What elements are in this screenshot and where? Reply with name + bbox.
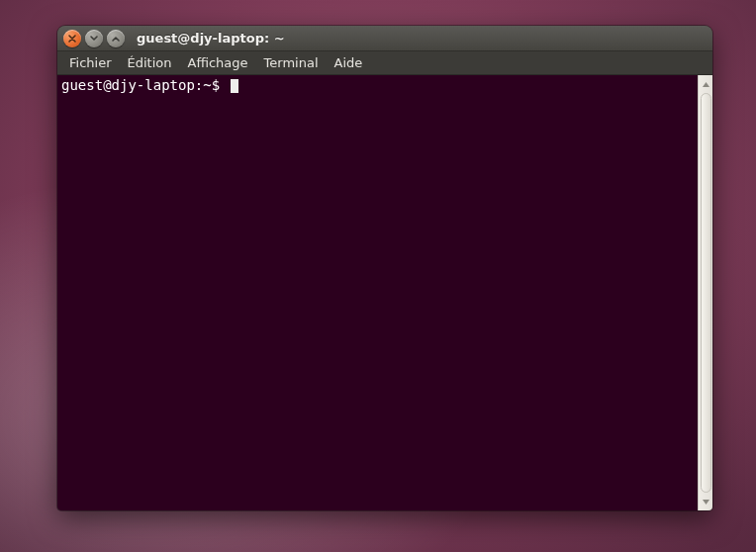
menu-view[interactable]: Affichage — [179, 52, 255, 73]
terminal-window: guest@djy-laptop: ~ Fichier Édition Affi… — [57, 26, 712, 510]
menu-help[interactable]: Aide — [327, 52, 371, 73]
vertical-scrollbar[interactable] — [698, 75, 712, 510]
scroll-thumb[interactable] — [701, 93, 711, 493]
menu-terminal[interactable]: Terminal — [256, 52, 327, 73]
close-button[interactable] — [63, 30, 81, 47]
window-title: guest@djy-laptop: ~ — [137, 31, 285, 46]
menu-edit[interactable]: Édition — [120, 52, 180, 73]
terminal-area: guest@djy-laptop:~$ — [57, 75, 712, 510]
titlebar[interactable]: guest@djy-laptop: ~ — [57, 26, 712, 51]
menubar: Fichier Édition Affichage Terminal Aide — [57, 51, 712, 75]
menu-file[interactable]: Fichier — [61, 52, 120, 73]
scroll-up-button[interactable] — [701, 77, 711, 91]
terminal-output[interactable]: guest@djy-laptop:~$ — [57, 75, 698, 510]
shell-prompt: guest@djy-laptop:~$ — [61, 77, 220, 93]
scroll-down-button[interactable] — [701, 495, 711, 508]
text-cursor — [231, 79, 238, 93]
maximize-button[interactable] — [107, 30, 125, 47]
minimize-button[interactable] — [85, 30, 103, 47]
